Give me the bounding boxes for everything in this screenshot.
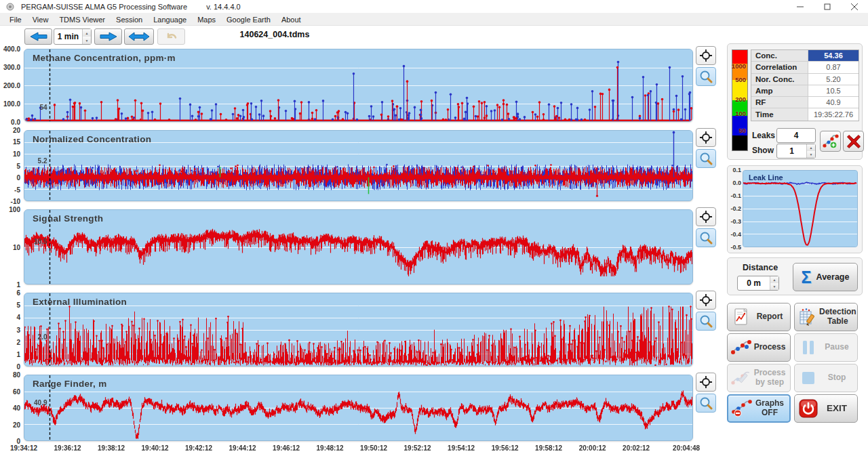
illumination-canvas[interactable]: [24, 293, 692, 366]
average-label: Average: [816, 272, 850, 282]
magnifier-icon: [699, 396, 713, 410]
leak-y-tick-label: -0.2: [730, 205, 741, 212]
process-button[interactable]: Process: [727, 333, 791, 362]
red-x-icon: [846, 134, 861, 149]
clear-leaks-button[interactable]: [843, 131, 864, 152]
crosshair-icon: [699, 293, 713, 307]
x-tick-label: 19:54:12: [448, 444, 475, 452]
signal-y-axis: 100101: [0, 209, 22, 285]
interval-spinner[interactable]: 1 min ▲▼: [54, 28, 92, 45]
show-value: 1: [777, 146, 806, 156]
graphs-off-button[interactable]: Graphs OFF: [727, 394, 791, 423]
crosshair-button[interactable]: [696, 46, 716, 65]
average-button[interactable]: Σ Average: [793, 263, 858, 291]
x-tick-label: 19:48:12: [317, 444, 344, 452]
zoom-button[interactable]: [696, 149, 716, 168]
distance-spinner[interactable]: 0 m ▲▼: [737, 276, 779, 291]
show-spin-arrows[interactable]: ▲▼: [806, 144, 815, 158]
stat-value: 19:35:22.76: [808, 108, 859, 120]
window-version: v. 14.4.4.0: [206, 3, 241, 11]
close-button[interactable]: [841, 0, 868, 14]
show-spinner[interactable]: 1 ▲▼: [776, 144, 816, 159]
x-tick-label: 19:58:12: [535, 444, 562, 452]
methane-tools: [696, 46, 716, 86]
y-tick-label: -10: [11, 198, 20, 205]
graphs-off-icon: [731, 400, 753, 417]
process-by-step-button: Process by step: [727, 364, 791, 392]
stat-row: Amp10.5: [751, 85, 859, 97]
current-file-name: 140624_004.tdms: [217, 30, 332, 39]
normalized-chart[interactable]: Normalized Concentration: [24, 130, 693, 201]
full-range-button[interactable]: [124, 28, 154, 45]
x-tick-label: 19:34:12: [10, 444, 37, 452]
y-tick-label: 1: [16, 281, 20, 289]
title-bar: PERGAM-SUISSE ALMA G5 Processing Softwar…: [0, 0, 868, 14]
zoom-button[interactable]: [696, 312, 716, 331]
menu-language[interactable]: Language: [148, 16, 192, 24]
zoom-button[interactable]: [696, 67, 716, 86]
normalized-y-axis: 20151050-5-10: [0, 130, 22, 201]
distance-spin-arrows[interactable]: ▲▼: [770, 276, 778, 290]
sigma-icon: Σ: [802, 269, 812, 286]
y-tick-label: 1: [16, 350, 20, 358]
methane-chart[interactable]: Methane Concentration, ppm·m: [24, 49, 693, 122]
zoom-button[interactable]: [696, 228, 716, 247]
show-label: Show: [752, 146, 774, 155]
methane-canvas[interactable]: [24, 49, 692, 121]
leak-line-canvas: [743, 171, 857, 247]
interval-spin-arrows[interactable]: ▲▼: [82, 29, 91, 44]
exit-button[interactable]: EXIT: [794, 394, 858, 423]
stat-row: Nor. Conc.5.20: [751, 74, 859, 85]
y-tick-label: 0: [16, 173, 20, 181]
distance-label: Distance: [743, 263, 778, 272]
arrow-both-icon: [128, 32, 150, 41]
menu-maps[interactable]: Maps: [192, 16, 221, 24]
x-tick-label: 19:56:12: [492, 444, 519, 452]
pause-label: Pause: [819, 343, 854, 352]
stop-label: Stop: [819, 373, 854, 383]
stat-row: RF40.9: [751, 97, 859, 108]
report-button[interactable]: Report: [727, 303, 791, 331]
illumination-y-axis: 6543210: [0, 293, 22, 366]
crosshair-button[interactable]: [696, 207, 716, 226]
menu-google-earth[interactable]: Google Earth: [221, 16, 276, 24]
maximize-button[interactable]: [814, 0, 841, 14]
y-tick-label: 4: [16, 314, 20, 321]
interval-value: 1 min: [54, 32, 82, 41]
menu-about[interactable]: About: [276, 16, 307, 24]
range-y-axis: 806040200: [0, 375, 22, 441]
range-canvas[interactable]: [24, 375, 692, 440]
y-tick-label: 200.0: [3, 82, 20, 89]
menu-tdms-viewer[interactable]: TDMS Viewer: [54, 16, 111, 24]
step-forward-button[interactable]: [94, 28, 122, 45]
minimize-button[interactable]: [787, 0, 814, 14]
process-by-step-icon: [730, 369, 752, 387]
distance-panel: Distance 0 m ▲▼ Σ Average: [727, 257, 863, 295]
zoom-button[interactable]: [696, 394, 716, 413]
illumination-chart[interactable]: External Illumination: [24, 293, 693, 366]
menu-file[interactable]: File: [4, 16, 27, 24]
crosshair-button[interactable]: [696, 291, 716, 310]
y-tick-label: 100.0: [3, 100, 20, 108]
step-back-button[interactable]: [24, 28, 52, 45]
add-leak-path-button[interactable]: [820, 131, 841, 152]
stat-label: Amp: [751, 85, 808, 96]
menu-view[interactable]: View: [27, 16, 54, 24]
stop-icon: [797, 371, 819, 385]
range-chart[interactable]: Range Finder, m: [24, 375, 693, 441]
crosshair-button[interactable]: [696, 128, 716, 147]
x-tick-label: 19:36:12: [54, 444, 81, 452]
detection-table-button[interactable]: Detection Table: [794, 303, 858, 331]
leak-y-tick-label: -0.5: [730, 244, 741, 251]
menu-session[interactable]: Session: [111, 16, 148, 24]
stat-label: Conc.: [751, 50, 808, 61]
undo-button: [157, 28, 185, 45]
leaks-input[interactable]: 4: [776, 128, 816, 143]
signal-chart[interactable]: Signal Strength: [24, 209, 693, 285]
signal-canvas[interactable]: [24, 210, 692, 284]
scale-label: 50: [738, 127, 746, 134]
crosshair-button[interactable]: [696, 373, 716, 392]
crosshair-icon: [699, 49, 713, 62]
y-tick-label: -5: [14, 186, 20, 193]
normalized-canvas[interactable]: [24, 131, 692, 201]
